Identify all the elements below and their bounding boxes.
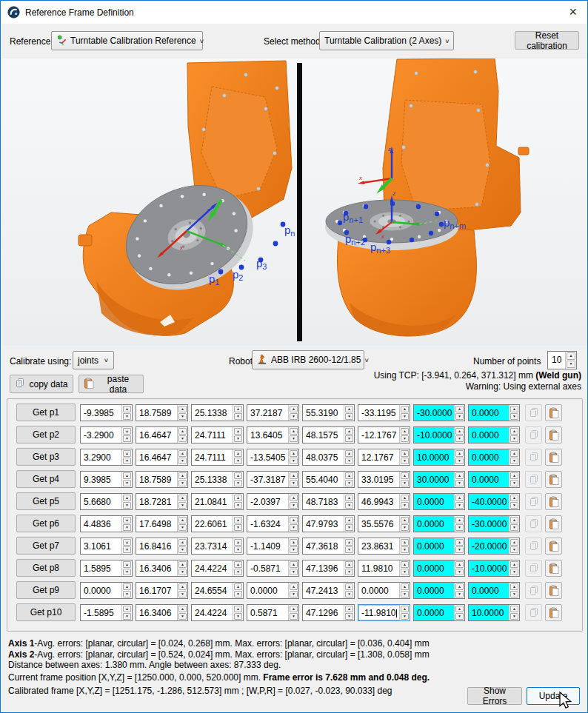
external-axis-field[interactable]: -20.0000▲▼ [468,538,520,555]
spin-up-icon[interactable]: ▲ [567,352,575,360]
spin-down-icon[interactable]: ▼ [455,435,464,442]
joint-value-field[interactable]: 12.1767▲▼ [358,449,410,466]
spin-up-icon[interactable]: ▲ [178,495,187,501]
spin-up-icon[interactable]: ▲ [123,428,131,435]
spin-down-icon[interactable]: ▼ [455,591,464,597]
close-icon[interactable]: × [569,4,577,20]
spin-down-icon[interactable]: ▼ [123,480,131,486]
spin-up-icon[interactable]: ▲ [290,472,298,479]
joint-value-field[interactable]: -9.3985▲▼ [80,404,133,421]
spin-down-icon[interactable]: ▼ [510,458,518,464]
joint-value-field[interactable]: 48.0375▲▼ [302,449,355,466]
3d-viewport[interactable]: p1p2p3pnpn+1pn+2pn+3pn+mzxsxzx [1,58,588,346]
update-button[interactable]: Update [527,687,580,705]
spin-up-icon[interactable]: ▲ [401,450,409,457]
joint-value-field[interactable]: 16.3406▲▼ [136,560,188,577]
spin-down-icon[interactable]: ▼ [178,435,187,442]
show-errors-button[interactable]: Show Errors [467,687,522,705]
joint-value-field[interactable]: 46.9943▲▼ [358,493,410,510]
joint-value-field[interactable]: 47.9793▲▼ [302,515,355,532]
spin-up-icon[interactable]: ▲ [455,472,464,479]
spin-up-icon[interactable]: ▲ [401,472,409,479]
external-axis-field[interactable]: 0.0000▲▼ [468,404,520,421]
spin-up-icon[interactable]: ▲ [123,406,131,412]
joint-value-field[interactable]: 48.7183▲▼ [302,493,355,510]
joint-value-field[interactable]: 24.7111▲▼ [191,426,244,443]
spin-up-icon[interactable]: ▲ [510,472,518,479]
joint-value-field[interactable]: 3.1061▲▼ [80,538,133,555]
joint-value-field[interactable]: -11.9810▲▼ [358,604,410,621]
spin-up-icon[interactable]: ▲ [290,495,298,501]
joint-value-field[interactable]: 48.1575▲▼ [302,426,355,443]
spin-down-icon[interactable]: ▼ [234,413,242,420]
spin-up-icon[interactable]: ▲ [234,583,242,590]
copy-row-button[interactable] [525,493,542,510]
spin-up-icon[interactable]: ▲ [345,450,353,457]
spin-up-icon[interactable]: ▲ [510,450,518,457]
joint-value-field[interactable]: 47.1296▲▼ [302,604,355,621]
spin-up-icon[interactable]: ▲ [178,539,187,546]
spin-up-icon[interactable]: ▲ [178,428,187,435]
spin-down-icon[interactable]: ▼ [123,613,131,620]
spin-down-icon[interactable]: ▼ [401,569,409,575]
joint-value-field[interactable]: 25.1338▲▼ [191,471,244,488]
paste-data-button[interactable]: paste data [78,375,144,393]
joint-value-field[interactable]: -1.1409▲▼ [247,538,299,555]
spin-up-icon[interactable]: ▲ [455,450,464,457]
spin-down-icon[interactable]: ▼ [510,613,518,620]
spin-up-icon[interactable]: ▲ [234,428,242,435]
spin-up-icon[interactable]: ▲ [234,406,242,412]
joint-value-field[interactable]: 16.8416▲▼ [136,538,188,555]
spin-up-icon[interactable]: ▲ [234,495,242,501]
paste-row-button[interactable] [545,426,562,443]
spin-up-icon[interactable]: ▲ [178,406,187,412]
paste-row-button[interactable] [545,582,562,599]
spin-up-icon[interactable]: ▲ [178,450,187,457]
spin-down-icon[interactable]: ▼ [178,458,187,464]
spin-down-icon[interactable]: ▼ [178,569,187,575]
spin-down-icon[interactable]: ▼ [178,524,187,531]
spin-up-icon[interactable]: ▲ [290,428,298,435]
spin-down-icon[interactable]: ▼ [401,546,409,553]
joint-value-field[interactable]: 5.6680▲▼ [80,493,133,510]
get-point-button[interactable]: Get p6 [16,515,76,532]
spin-up-icon[interactable]: ▲ [401,561,409,568]
spin-down-icon[interactable]: ▼ [234,569,242,575]
spin-up-icon[interactable]: ▲ [290,561,298,568]
spin-down-icon[interactable]: ▼ [455,480,464,486]
joint-value-field[interactable]: 4.4836▲▼ [80,515,133,532]
spin-down-icon[interactable]: ▼ [455,524,464,531]
external-axis-field[interactable]: -10.0000▲▼ [468,560,520,577]
spin-down-icon[interactable]: ▼ [455,502,464,509]
spin-down-icon[interactable]: ▼ [234,480,242,486]
joint-value-field[interactable]: 9.3985▲▼ [80,471,133,488]
joint-value-field[interactable]: 47.3618▲▼ [302,538,355,555]
spin-up-icon[interactable]: ▲ [455,561,464,568]
joint-value-field[interactable]: 37.2187▲▼ [247,404,299,421]
external-axis-field[interactable]: 10.0000▲▼ [413,449,465,466]
spin-up-icon[interactable]: ▲ [345,583,353,590]
get-point-button[interactable]: Get p10 [16,603,76,621]
spin-down-icon[interactable]: ▼ [123,569,131,575]
joint-value-field[interactable]: 21.0841▲▼ [191,493,244,510]
spin-down-icon[interactable]: ▼ [234,458,242,464]
joint-value-field[interactable]: 47.2413▲▼ [302,582,355,599]
spin-down-icon[interactable]: ▼ [510,546,518,553]
external-axis-field[interactable]: 0.0000▲▼ [468,582,520,599]
spin-down-icon[interactable]: ▼ [123,546,131,553]
copy-row-button[interactable] [525,449,542,466]
spin-up-icon[interactable]: ▲ [510,406,518,412]
spin-up-icon[interactable]: ▲ [401,406,409,412]
spin-down-icon[interactable]: ▼ [345,480,353,486]
joint-value-field[interactable]: 22.6061▲▼ [191,515,244,532]
spin-up-icon[interactable]: ▲ [510,428,518,435]
spin-down-icon[interactable]: ▼ [123,591,131,597]
spin-down-icon[interactable]: ▼ [345,413,353,420]
spin-up-icon[interactable]: ▲ [178,561,187,568]
spin-down-icon[interactable]: ▼ [345,569,353,575]
spin-up-icon[interactable]: ▲ [455,517,464,523]
spin-down-icon[interactable]: ▼ [510,413,518,420]
joint-value-field[interactable]: 24.6554▲▼ [191,582,244,599]
spin-up-icon[interactable]: ▲ [455,406,464,412]
spin-up-icon[interactable]: ▲ [123,517,131,523]
